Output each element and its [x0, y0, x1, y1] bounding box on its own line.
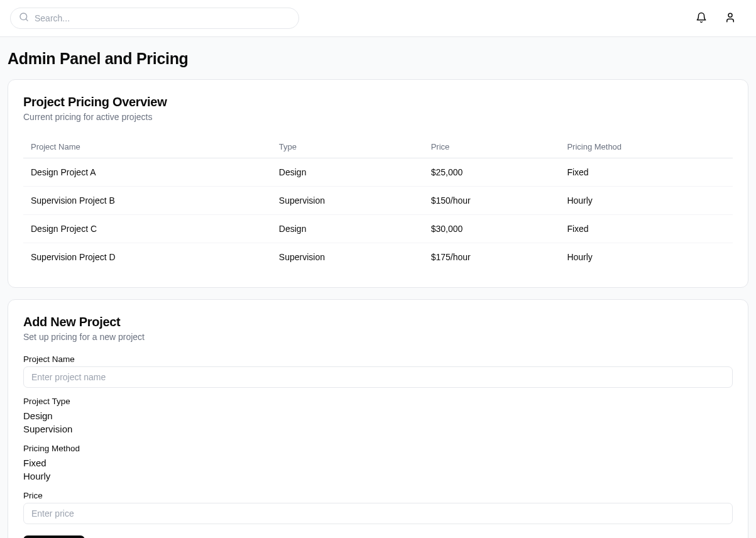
- input-project-name[interactable]: [23, 366, 733, 388]
- card-subtitle: Current pricing for active projects: [23, 112, 733, 122]
- type-option-supervision[interactable]: Supervision: [23, 423, 733, 435]
- user-profile-button[interactable]: [722, 9, 738, 28]
- cell-method: Fixed: [559, 158, 733, 187]
- bell-icon: [696, 12, 707, 25]
- label-project-name: Project Name: [23, 354, 733, 364]
- input-price[interactable]: [23, 503, 733, 524]
- table-row: Supervision Project D Supervision $175/h…: [23, 243, 733, 272]
- table-row: Supervision Project B Supervision $150/h…: [23, 187, 733, 215]
- field-project-type: Project Type Design Supervision: [23, 397, 733, 435]
- card-subtitle: Set up pricing for a new project: [23, 332, 733, 342]
- cell-method: Hourly: [559, 243, 733, 272]
- page-content: Admin Panel and Pricing Project Pricing …: [0, 37, 756, 538]
- cell-price: $175/hour: [424, 243, 560, 272]
- label-price: Price: [23, 491, 733, 500]
- cell-type: Supervision: [271, 187, 424, 215]
- pricing-overview-card: Project Pricing Overview Current pricing…: [8, 79, 748, 288]
- cell-name: Design Project A: [23, 158, 271, 187]
- table-row: Design Project A Design $25,000 Fixed: [23, 158, 733, 187]
- user-icon: [725, 12, 736, 25]
- svg-point-1: [728, 13, 732, 17]
- card-title: Project Pricing Overview: [23, 95, 733, 109]
- cell-name: Supervision Project B: [23, 187, 271, 215]
- label-project-type: Project Type: [23, 397, 733, 406]
- col-project-name: Project Name: [23, 136, 271, 158]
- cell-price: $150/hour: [424, 187, 560, 215]
- page-title: Admin Panel and Pricing: [8, 50, 748, 68]
- cell-price: $25,000: [424, 158, 560, 187]
- method-options: Fixed Hourly: [23, 457, 733, 482]
- header-actions: [693, 9, 746, 28]
- cell-type: Supervision: [271, 243, 424, 272]
- cell-type: Design: [271, 215, 424, 243]
- field-project-name: Project Name: [23, 354, 733, 388]
- col-method: Pricing Method: [559, 136, 733, 158]
- pricing-table: Project Name Type Price Pricing Method D…: [23, 136, 733, 271]
- cell-name: Supervision Project D: [23, 243, 271, 272]
- method-option-fixed[interactable]: Fixed: [23, 457, 733, 469]
- cell-type: Design: [271, 158, 424, 187]
- cell-name: Design Project C: [23, 215, 271, 243]
- type-options: Design Supervision: [23, 410, 733, 435]
- type-option-design[interactable]: Design: [23, 410, 733, 422]
- method-option-hourly[interactable]: Hourly: [23, 470, 733, 482]
- field-price: Price: [23, 491, 733, 524]
- search-container: [10, 8, 299, 29]
- cell-price: $30,000: [424, 215, 560, 243]
- field-pricing-method: Pricing Method Fixed Hourly: [23, 444, 733, 482]
- notifications-button[interactable]: [693, 9, 709, 28]
- col-price: Price: [424, 136, 560, 158]
- col-type: Type: [271, 136, 424, 158]
- add-project-button[interactable]: Add Project: [23, 535, 85, 538]
- cell-method: Fixed: [559, 215, 733, 243]
- label-pricing-method: Pricing Method: [23, 444, 733, 453]
- top-header: [0, 0, 756, 37]
- add-project-form: Project Name Project Type Design Supervi…: [23, 354, 733, 538]
- card-title: Add New Project: [23, 315, 733, 329]
- search-input[interactable]: [10, 8, 299, 29]
- table-row: Design Project C Design $30,000 Fixed: [23, 215, 733, 243]
- cell-method: Hourly: [559, 187, 733, 215]
- add-project-card: Add New Project Set up pricing for a new…: [8, 299, 748, 538]
